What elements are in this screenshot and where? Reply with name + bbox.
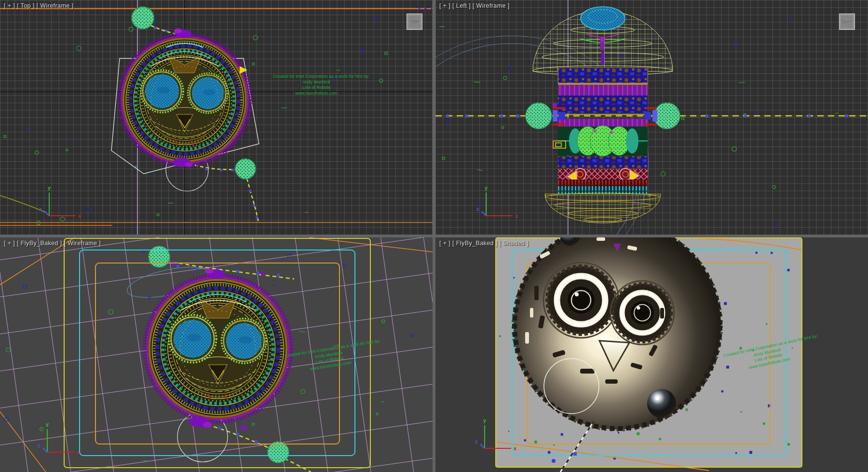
axis-tripod: x y z bbox=[476, 185, 518, 219]
svg-text:y: y bbox=[46, 421, 49, 427]
svg-text:x: x bbox=[76, 449, 80, 455]
viewport-top[interactable]: x y z [ + ] [ Top ] [ Wireframe ] TOP Cr… bbox=[0, 0, 433, 235]
svg-text:y: y bbox=[485, 185, 488, 191]
viewcube-top[interactable]: TOP bbox=[407, 14, 422, 30]
viewport-flyby-shaded[interactable]: x y z [ + ] [ FlyBy_Baked ] [ Shaded ] C… bbox=[435, 237, 868, 472]
axis-tripod: x y z bbox=[40, 185, 81, 219]
shiny-ball-bottom[interactable] bbox=[647, 389, 676, 418]
axis-y-label: y bbox=[48, 185, 51, 191]
axis-z-label: z bbox=[40, 206, 42, 212]
viewport-label-top[interactable]: [ + ] [ Top ] [ Wireframe ] bbox=[4, 2, 73, 9]
svg-text:z: z bbox=[475, 439, 478, 444]
viewport-label-flyby-wireframe[interactable]: [ + ] [ FlyBy_Baked ] [ Wireframe ] bbox=[4, 240, 101, 247]
owl-sphere-wireframe[interactable] bbox=[119, 34, 250, 166]
axis-x-label: x bbox=[78, 213, 81, 219]
svg-text:y: y bbox=[483, 417, 487, 423]
viewport-flyby-wireframe[interactable]: x y z [ + ] [ FlyBy_Baked ] [ Wireframe … bbox=[0, 237, 433, 472]
owl-left-eye bbox=[543, 263, 619, 338]
credit-text: Created for Intel Corporation as a work … bbox=[273, 74, 360, 96]
satellite-sphere[interactable] bbox=[235, 159, 256, 179]
viewport-label-flyby-shaded[interactable]: [ + ] [ FlyBy_Baked ] [ Shaded ] bbox=[439, 240, 529, 247]
viewport-label-left[interactable]: [ + ] [ Left ] [ Wireframe ] bbox=[439, 2, 510, 9]
svg-text:x: x bbox=[514, 445, 517, 451]
svg-text:z: z bbox=[38, 443, 41, 448]
satellite-sphere[interactable] bbox=[149, 246, 170, 267]
svg-text:z: z bbox=[476, 206, 479, 212]
spline-olive[interactable] bbox=[0, 195, 46, 212]
trajectory-path[interactable] bbox=[435, 114, 868, 117]
axis-tripod: x y z bbox=[38, 421, 80, 455]
owl-right-eye bbox=[610, 281, 674, 345]
satellite-sphere[interactable] bbox=[132, 7, 154, 29]
viewcube-left[interactable]: LEFT bbox=[839, 14, 855, 30]
satellite-sphere[interactable] bbox=[268, 442, 289, 463]
viewport-grid: x y z [ + ] [ Top ] [ Wireframe ] TOP Cr… bbox=[0, 0, 868, 472]
ball-glint bbox=[655, 396, 659, 400]
owl-sphere-wireframe[interactable] bbox=[145, 275, 292, 422]
viewport-left[interactable]: x y z [ + ] [ Left ] [ Wireframe ] LEFT bbox=[435, 0, 868, 235]
svg-text:x: x bbox=[515, 213, 518, 219]
